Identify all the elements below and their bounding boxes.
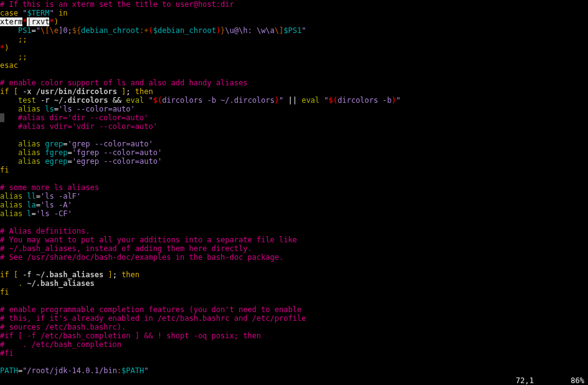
code-line[interactable]: . ~/.bash_aliases — [0, 279, 588, 288]
code-line[interactable]: alias grep='grep --color=auto' — [0, 140, 588, 148]
token: 'grep --color=auto' — [67, 140, 153, 148]
code-line[interactable]: # If this is an xterm set the title to u… — [0, 0, 588, 9]
token: alias — [18, 157, 40, 166]
code-line[interactable]: # . /etc/bash_completion — [0, 340, 588, 349]
token: |rxvt — [27, 17, 49, 26]
token: alias — [0, 209, 22, 218]
code-line[interactable]: # ~/.bash_aliases, instead of adding the… — [0, 244, 588, 253]
token: ) — [275, 96, 279, 105]
code-line[interactable]: if [ -f ~/.bash_aliases ]; then — [0, 270, 588, 279]
token: /usr/bin/dircolors — [36, 87, 117, 96]
token: ]0; — [59, 26, 72, 35]
code-line[interactable] — [0, 358, 588, 366]
token: " — [324, 96, 328, 105]
token: -r — [36, 96, 54, 105]
code-line[interactable] — [0, 297, 588, 305]
token: ; — [113, 270, 121, 279]
token — [0, 279, 18, 288]
token: = — [67, 148, 72, 157]
token: # enable color support of ls and also ad… — [0, 78, 247, 87]
code-line[interactable]: # some more ls aliases — [0, 183, 588, 192]
token — [0, 96, 18, 105]
token: debian_chroot — [81, 26, 140, 35]
code-line[interactable]: PS1="\[\e]0;${debian_chroot:+($debian_ch… — [0, 26, 588, 35]
token — [0, 105, 18, 113]
code-line[interactable]: xterm*|rxvt*) — [0, 17, 588, 26]
code-line[interactable]: ;; — [0, 35, 588, 44]
code-line[interactable]: #alias dir='dir --color=auto' — [0, 113, 588, 122]
token: # . /etc/bash_completion — [0, 340, 121, 349]
token: $debian_chroot — [153, 26, 216, 35]
code-line[interactable]: alias la='ls -A' — [0, 201, 588, 209]
code-line[interactable]: # Alias definitions. — [0, 227, 588, 235]
code-line[interactable]: # See /usr/share/doc/bash-doc/examples i… — [0, 253, 588, 262]
token: egrep — [45, 157, 67, 166]
code-line[interactable]: fi — [0, 288, 588, 297]
token: ; — [126, 87, 135, 96]
code-line[interactable]: # this, if it's already enabled in /etc/… — [0, 314, 588, 323]
token: # sources /etc/bash.bashrc). — [0, 323, 126, 331]
code-line[interactable]: ;; — [0, 52, 588, 61]
code-line[interactable]: PATH="/root/jdk-14.0.1/bin:$PATH" — [0, 366, 588, 375]
code-line[interactable]: if [ -x /usr/bin/dircolors ]; then — [0, 87, 588, 96]
token: eval — [126, 96, 144, 105]
token: $PATH — [121, 366, 144, 375]
code-line[interactable]: fi — [0, 166, 588, 174]
code-line[interactable]: # enable programmable completion feature… — [0, 305, 588, 314]
token: ~/.dircolors — [54, 96, 108, 105]
token: " — [50, 9, 54, 17]
code-line[interactable]: alias egrep='egrep --color=auto' — [0, 157, 588, 166]
code-line[interactable]: # You may want to put all your additions… — [0, 235, 588, 244]
code-line[interactable] — [0, 218, 588, 227]
token — [0, 157, 18, 166]
token: ll — [27, 192, 36, 201]
token: && — [108, 96, 126, 105]
token: dircolors -b ~/.dircolors — [162, 96, 275, 105]
code-line[interactable]: test -r ~/.dircolors && eval "$(dircolor… — [0, 96, 588, 105]
code-line[interactable]: alias l='ls -CF' — [0, 209, 588, 218]
token: fi — [0, 288, 9, 297]
token: * — [49, 17, 54, 26]
token: "/root/jdk-14.0.1/bin — [22, 366, 117, 375]
token: fi — [0, 166, 9, 174]
token: ${ — [72, 26, 81, 35]
code-line[interactable]: alias ls='ls --color=auto' — [0, 105, 588, 113]
token — [0, 35, 18, 44]
token — [0, 52, 18, 61]
code-line[interactable]: case "$TERM" in — [0, 9, 588, 17]
code-line[interactable] — [0, 70, 588, 78]
code-line[interactable]: #alias vdir='vdir --color=auto' — [0, 122, 588, 131]
token: " — [148, 96, 153, 105]
code-line[interactable]: #fi — [0, 349, 588, 358]
token — [0, 26, 18, 35]
token: $TERM — [27, 9, 49, 17]
token: " — [396, 96, 401, 105]
code-line[interactable] — [0, 174, 588, 183]
token: fgrep — [45, 148, 67, 157]
code-line[interactable]: # sources /etc/bash.bashrc). — [0, 323, 588, 331]
scroll-percent: 86% — [566, 376, 584, 385]
token — [0, 148, 18, 157]
token: ;; — [18, 35, 27, 44]
code-line[interactable]: *) — [0, 44, 588, 52]
code-editor[interactable]: # If this is an xterm set the title to u… — [0, 0, 588, 376]
token: #fi — [0, 349, 14, 358]
code-line[interactable] — [0, 262, 588, 270]
code-line[interactable] — [0, 131, 588, 140]
token: ) — [392, 96, 396, 105]
token: 'ls -alF' — [40, 192, 81, 201]
token: ;; — [18, 52, 27, 61]
token: \] — [275, 26, 283, 35]
code-line[interactable]: #if [ -f /etc/bash_completion ] && ! sho… — [0, 331, 588, 340]
code-line[interactable]: alias fgrep='fgrep --color=auto' — [0, 148, 588, 157]
token: test — [18, 96, 36, 105]
token: xterm — [0, 17, 22, 26]
token: = — [36, 192, 40, 201]
token — [0, 113, 4, 122]
code-line[interactable]: esac — [0, 61, 588, 70]
code-line[interactable]: alias ll='ls -alF' — [0, 192, 588, 201]
code-line[interactable]: # enable color support of ls and also ad… — [0, 78, 588, 87]
token: # See /usr/share/doc/bash-doc/examples i… — [0, 253, 283, 262]
token: ( — [148, 26, 153, 35]
token: 'ls --color=auto' — [59, 105, 135, 113]
